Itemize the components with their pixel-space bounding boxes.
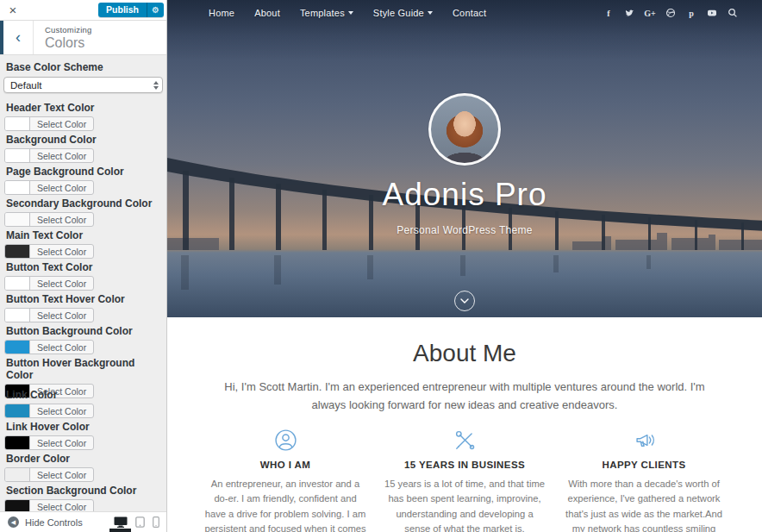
chevron-down-icon [428, 11, 433, 15]
feature-column: WHO I AM An entrepreneur, an investor an… [203, 429, 367, 532]
features-row: WHO I AM An entrepreneur, an investor an… [167, 429, 762, 532]
select-color-button[interactable]: Select Color [4, 276, 94, 291]
desktop-preview-icon[interactable] [114, 516, 128, 528]
site-navbar: Home About Templates Style Guide [167, 0, 762, 26]
select-color-button-label: Select Color [30, 117, 93, 130]
collapse-icon[interactable]: ◀ [8, 516, 19, 528]
avatar [428, 93, 501, 166]
publish-button[interactable]: Publish [98, 3, 147, 17]
customizer-sidebar: × Publish ⚙ ‹ Customizing Colors Base Co… [0, 0, 167, 532]
select-color-button[interactable]: Select Color [4, 404, 94, 418]
select-color-button-label: Select Color [30, 149, 93, 162]
tablet-preview-icon[interactable] [135, 516, 145, 528]
nav-item[interactable]: Templates [300, 8, 353, 18]
about-intro: Hi, I'm Scott Martin. I'm an experienced… [223, 378, 706, 414]
customizer-footer: ◀ Hide Controls [0, 511, 166, 532]
nav-item[interactable]: About [254, 8, 280, 18]
color-swatch [5, 149, 30, 162]
select-color-button-label: Select Color [30, 404, 93, 417]
select-color-button[interactable]: Select Color [4, 244, 94, 259]
publish-settings-gear-icon[interactable]: ⚙ [147, 3, 164, 17]
color-swatch [5, 245, 30, 258]
color-swatch [5, 309, 30, 322]
base-color-scheme-label: Base Color Scheme [6, 61, 160, 73]
color-control: Page Background Color Select Color [0, 166, 166, 189]
nav-item-label: Contact [453, 8, 486, 18]
color-swatch [5, 341, 30, 354]
nav-item-label: Templates [300, 8, 345, 18]
select-color-button-label: Select Color [30, 181, 93, 194]
nav-item[interactable]: Home [209, 8, 234, 18]
breadcrumb: Customizing [45, 25, 91, 34]
select-color-button[interactable]: Select Color [4, 340, 94, 354]
search-icon[interactable] [728, 8, 738, 18]
color-swatch [5, 117, 30, 130]
pinterest-icon[interactable]: p [686, 8, 696, 18]
select-color-button[interactable]: Select Color [4, 308, 94, 322]
about-section: About Me Hi, I'm Scott Martin. I'm an ex… [167, 317, 762, 532]
color-swatch [5, 181, 30, 194]
color-control: Button Text Hover Color Select Color [0, 293, 166, 316]
customizer-section-header: ‹ Customizing Colors [0, 21, 166, 55]
user-circle-icon [203, 429, 367, 452]
color-control: Header Text Color Select Color [0, 102, 166, 125]
nav-item[interactable]: Contact [453, 8, 486, 18]
color-control-label: Border Color [6, 453, 160, 465]
facebook-icon[interactable]: f [603, 8, 614, 18]
youtube-icon[interactable] [707, 8, 717, 18]
panel-title: Colors [45, 35, 91, 51]
color-control: Main Text Color Select Color [0, 229, 166, 253]
google-plus-icon[interactable]: G+ [645, 8, 655, 18]
nav-item-label: About [254, 8, 280, 18]
feature-text: With more than a decade's worth of exper… [562, 477, 726, 532]
color-control: Button Hover Background Color Select Col… [0, 357, 166, 380]
select-color-button[interactable]: Select Color [4, 180, 94, 195]
select-color-button[interactable]: Select Color [4, 435, 94, 450]
color-control: Background Color Select Color [0, 134, 166, 157]
color-control-label: Background Color [6, 134, 160, 146]
color-swatch [5, 468, 30, 481]
color-control-label: Button Text Hover Color [6, 293, 160, 305]
dribbble-icon[interactable] [665, 8, 676, 18]
select-color-button-label: Select Color [30, 436, 93, 449]
hero-content: Adonis Pro Personal WordPress Theme [167, 0, 762, 317]
select-color-button[interactable]: Select Color [4, 467, 94, 482]
color-control: Link Hover Color Select Color [0, 421, 166, 444]
select-color-button[interactable]: Select Color [4, 116, 94, 131]
feature-text: An entrepreneur, an investor and a do-er… [203, 477, 367, 532]
hide-controls-label[interactable]: Hide Controls [25, 517, 83, 528]
color-control-label: Button Background Color [6, 325, 160, 337]
close-icon[interactable]: × [0, 0, 26, 20]
select-color-button[interactable]: Select Color [4, 212, 94, 227]
back-chevron-icon[interactable]: ‹ [3, 21, 34, 54]
select-color-button[interactable]: Select Color [4, 148, 94, 163]
site-tagline: Personal WordPress Theme [397, 224, 533, 236]
select-arrows-icon [153, 81, 159, 90]
select-color-button-label: Select Color [30, 213, 93, 226]
device-tooltip-stub [109, 529, 131, 532]
feature-column: HAPPY CLIENTS With more than a decade's … [562, 429, 726, 532]
color-control-label: Header Text Color [6, 102, 160, 114]
color-control-label: Link Hover Color [6, 421, 160, 433]
customizer-topbar: × Publish ⚙ [0, 0, 166, 21]
color-swatch [5, 277, 30, 290]
color-swatch [5, 404, 30, 417]
twitter-icon[interactable] [624, 8, 634, 18]
nav-item-label: Home [209, 8, 234, 18]
color-control: Button Text Color Select Color [0, 261, 166, 285]
select-color-button-label: Select Color [30, 245, 93, 258]
hero-section: Home About Templates Style Guide [167, 0, 762, 317]
mobile-preview-icon[interactable] [153, 516, 159, 528]
select-color-button-label: Select Color [30, 341, 93, 354]
about-heading: About Me [167, 340, 762, 367]
select-color-button-label: Select Color [30, 468, 93, 481]
social-bar: f G+ p [603, 8, 762, 18]
nav-item[interactable]: Style Guide [373, 8, 433, 18]
base-color-scheme-select[interactable]: Default [3, 77, 163, 93]
color-control-label: Button Text Color [6, 261, 160, 273]
color-control-label: Page Background Color [6, 166, 160, 178]
feature-title: WHO I AM [203, 460, 367, 470]
feature-text: 15 years is a lot of time, and that time… [383, 477, 547, 532]
nav-menu: Home About Templates Style Guide [167, 8, 486, 18]
color-control: Secondary Background Color Select Color [0, 197, 166, 221]
